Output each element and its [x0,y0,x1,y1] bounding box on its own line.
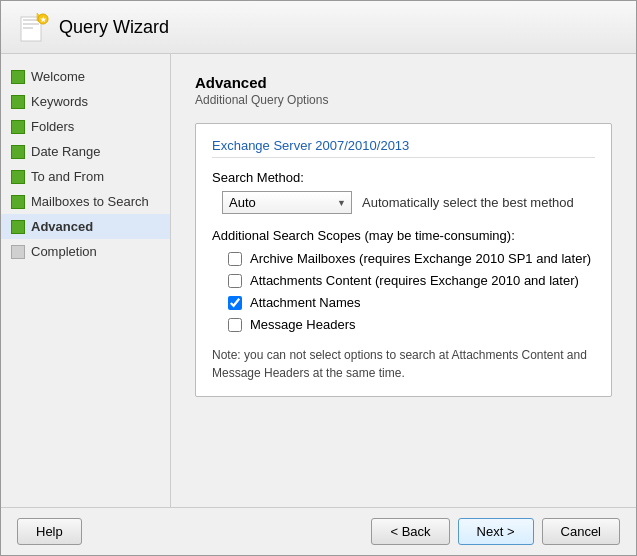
dialog-title: Query Wizard [59,17,169,38]
sidebar-item-completion[interactable]: Completion [1,239,170,264]
checkbox-row-archive: Archive Mailboxes (requires Exchange 201… [228,251,595,266]
checkbox-attachments-content[interactable] [228,274,242,288]
sidebar-label-keywords: Keywords [31,94,88,109]
sidebar-item-advanced[interactable]: Advanced [1,214,170,239]
svg-rect-1 [23,19,39,21]
cancel-button[interactable]: Cancel [542,518,620,545]
checkbox-attachment-names[interactable] [228,296,242,310]
checkbox-row-attachments-content: Attachments Content (requires Exchange 2… [228,273,595,288]
checkbox-message-headers[interactable] [228,318,242,332]
title-bar: ★ Query Wizard [1,1,636,54]
gray-icon-completion [11,245,25,259]
sidebar-item-date-range[interactable]: Date Range [1,139,170,164]
svg-rect-2 [23,23,39,25]
next-button[interactable]: Next > [458,518,534,545]
sidebar-label-welcome: Welcome [31,69,85,84]
panel-title: Advanced [195,74,612,91]
checkbox-label-archive[interactable]: Archive Mailboxes (requires Exchange 201… [250,251,591,266]
search-method-row: Auto Automatically select the best metho… [222,191,595,214]
sidebar-label-folders: Folders [31,119,74,134]
checkbox-archive[interactable] [228,252,242,266]
scopes-label: Additional Search Scopes (may be time-co… [212,228,595,243]
green-icon-advanced [11,220,25,234]
footer: Help < Back Next > Cancel [1,507,636,555]
green-icon-date-range [11,145,25,159]
content-area: Welcome Keywords Folders Date Range To a… [1,54,636,507]
green-icon-to-and-from [11,170,25,184]
section-header: Exchange Server 2007/2010/2013 [212,138,595,158]
sidebar-item-keywords[interactable]: Keywords [1,89,170,114]
svg-text:★: ★ [40,16,47,23]
checkbox-row-message-headers: Message Headers [228,317,595,332]
checkbox-label-message-headers[interactable]: Message Headers [250,317,356,332]
green-icon-mailboxes [11,195,25,209]
sidebar-item-welcome[interactable]: Welcome [1,64,170,89]
checkbox-label-attachments-content[interactable]: Attachments Content (requires Exchange 2… [250,273,579,288]
green-icon-welcome [11,70,25,84]
sidebar-label-mailboxes: Mailboxes to Search [31,194,149,209]
search-method-select[interactable]: Auto [222,191,352,214]
additional-scopes-section: Additional Search Scopes (may be time-co… [212,228,595,332]
main-panel: Advanced Additional Query Options Exchan… [171,54,636,507]
section-box: Exchange Server 2007/2010/2013 Search Me… [195,123,612,397]
green-icon-keywords [11,95,25,109]
sidebar: Welcome Keywords Folders Date Range To a… [1,54,171,507]
footer-left: Help [17,518,82,545]
dialog: ★ Query Wizard Welcome Keywords Folders [0,0,637,556]
search-method-desc: Automatically select the best method [362,195,574,210]
sidebar-label-to-and-from: To and From [31,169,104,184]
sidebar-item-to-and-from[interactable]: To and From [1,164,170,189]
wizard-icon: ★ [17,11,49,43]
search-method-dropdown-container[interactable]: Auto [222,191,352,214]
sidebar-item-mailboxes[interactable]: Mailboxes to Search [1,189,170,214]
panel-subtitle: Additional Query Options [195,93,612,107]
sidebar-label-advanced: Advanced [31,219,93,234]
back-button[interactable]: < Back [371,518,449,545]
note-text: Note: you can not select options to sear… [212,346,595,382]
svg-rect-3 [23,27,33,29]
sidebar-item-folders[interactable]: Folders [1,114,170,139]
checkbox-row-attachment-names: Attachment Names [228,295,595,310]
sidebar-label-date-range: Date Range [31,144,100,159]
help-button[interactable]: Help [17,518,82,545]
search-method-label: Search Method: [212,170,595,185]
green-icon-folders [11,120,25,134]
footer-right: < Back Next > Cancel [371,518,620,545]
sidebar-label-completion: Completion [31,244,97,259]
checkbox-label-attachment-names[interactable]: Attachment Names [250,295,361,310]
